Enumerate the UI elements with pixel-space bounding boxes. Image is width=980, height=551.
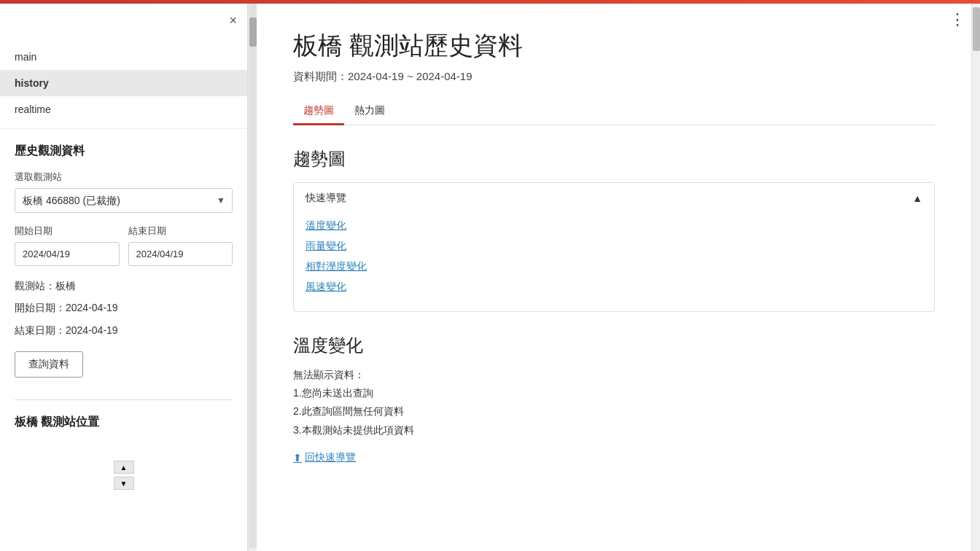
end-date-info: 結束日期：2024-04-19 [15,322,233,338]
start-date-label: 開始日期 [15,224,120,238]
scrollbar-thumb[interactable] [249,17,257,47]
station-position-title: 板橋 觀測站位置 [0,407,247,433]
right-scrollbar-track [972,0,980,551]
scroll-up-button[interactable]: ▲ [114,461,134,474]
start-date-field: 開始日期 [15,224,120,266]
tab-trend[interactable]: 趨勢圖 [293,98,344,125]
station-select-label: 選取觀測站 [15,171,233,184]
start-date-info: 開始日期：2024-04-19 [15,300,233,316]
date-range-label: 資料期間：2024-04-19 ~ 2024-04-19 [293,70,935,84]
sidebar-close-button[interactable]: × [229,13,237,28]
sidebar-item-history[interactable]: history [0,70,247,96]
quick-nav-collapse-icon: ▲ [912,192,922,204]
end-date-label: 結束日期 [128,224,233,238]
right-scrollbar [971,0,980,551]
sidebar-divider [15,399,233,400]
station-info: 觀測站：板橋 [15,278,233,294]
quick-nav-rain-link[interactable]: 雨量變化 [306,240,922,253]
trend-section-title: 趨勢圖 [293,147,935,171]
query-button[interactable]: 查詢資料 [15,351,83,378]
date-row: 開始日期 結束日期 [15,224,233,266]
temp-section-title: 溫度變化 [293,334,935,357]
quick-nav-header[interactable]: 快速導覽 ▲ [294,183,934,214]
scrollbar-track [249,3,257,548]
start-date-input[interactable] [15,242,120,266]
quick-nav-wind-link[interactable]: 風速變化 [306,281,922,294]
main-content: 板橋 觀測站歷史資料 資料期間：2024-04-19 ~ 2024-04-19 … [257,0,971,551]
sidebar-item-main[interactable]: main [0,44,247,70]
tabs: 趨勢圖 熱力圖 [293,98,935,125]
end-date-input[interactable] [128,242,233,266]
station-select[interactable]: 板橋 466880 (已裁撤) [15,188,233,213]
back-to-top-label: 回快速導覽 [305,451,356,464]
page-title: 板橋 觀測站歷史資料 [293,29,935,63]
scroll-arrows: ▲ ▼ [0,455,247,496]
quick-nav-body: 溫度變化 雨量變化 相對溼度變化 風速變化 [294,214,934,311]
back-to-top-icon: ⬆ [293,452,302,464]
tab-heatmap[interactable]: 熱力圖 [344,98,395,125]
no-data-box: 無法顯示資料： 1.您尚未送出查詢 2.此查詢區間無任何資料 3.本觀測站未提供… [293,366,935,439]
history-section: 歷史觀測資料 選取觀測站 板橋 466880 (已裁撤) ▼ 開始日期 結束日期… [0,129,247,392]
no-data-reason-2: 2.此查詢區間無任何資料 [293,402,935,421]
section-title: 歷史觀測資料 [15,144,233,159]
quick-nav-temp-link[interactable]: 溫度變化 [306,219,922,232]
station-select-wrapper: 板橋 466880 (已裁撤) ▼ [15,188,233,213]
right-scrollbar-thumb[interactable] [973,7,980,51]
nav-items: main history realtime [0,44,247,129]
sidebar: × main history realtime 歷史觀測資料 選取觀測站 板橋 … [0,0,248,551]
quick-nav-humidity-link[interactable]: 相對溼度變化 [306,260,922,273]
top-bar [0,0,980,4]
no-data-title: 無法顯示資料： [293,366,935,384]
scroll-down-button[interactable]: ▼ [114,477,134,490]
no-data-reason-3: 3.本觀測站未提供此項資料 [293,421,935,439]
quick-nav-box: 快速導覽 ▲ 溫度變化 雨量變化 相對溼度變化 風速變化 [293,182,935,312]
quick-nav-title: 快速導覽 [306,192,346,205]
more-options-button[interactable]: ⋮ [949,10,965,29]
sidebar-scrollbar [248,0,257,551]
sidebar-item-realtime[interactable]: realtime [0,96,247,122]
no-data-reason-1: 1.您尚未送出查詢 [293,384,935,402]
back-to-top-link[interactable]: ⬆ 回快速導覽 [293,451,356,464]
end-date-field: 結束日期 [128,224,233,266]
